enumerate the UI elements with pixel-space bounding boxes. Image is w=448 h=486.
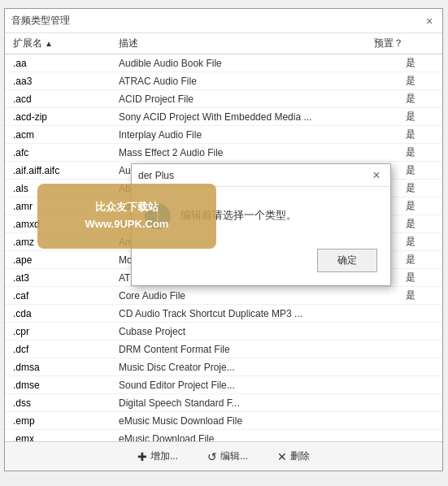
col-ext-header[interactable]: 扩展名 ▲ <box>8 37 114 50</box>
cell-desc: CD Audio Track Shortcut Duplicate MP3 ..… <box>114 308 382 319</box>
cell-desc: Core Audio File <box>114 290 382 302</box>
table-row[interactable]: .dssDigital Speech Standard F... <box>5 394 442 412</box>
table-row[interactable]: .cdaCD Audio Track Shortcut Duplicate MP… <box>5 305 442 323</box>
cell-ext: .afc <box>8 147 114 158</box>
title-bar: 音频类型管理 × <box>5 9 442 33</box>
title-bar-controls: × <box>423 15 436 28</box>
col-ext-label: 扩展名 <box>13 37 42 50</box>
table-row[interactable]: .acmInterplay Audio File是 <box>5 126 442 144</box>
cell-ext: .at3 <box>8 272 114 284</box>
cell-desc: Digital Speech Standard F... <box>114 397 382 409</box>
cell-ext: .acd <box>8 93 114 105</box>
cell-preset: 是 <box>382 128 439 141</box>
dialog-ok-button[interactable]: 确定 <box>317 249 377 272</box>
cell-desc: Sound Editor Project File... <box>114 380 382 391</box>
table-row[interactable]: .aaAudible Audio Book File是 <box>5 54 442 72</box>
cell-desc: eMusic Download File <box>114 433 382 442</box>
cell-ext: .dcf <box>8 344 114 355</box>
add-icon: ✚ <box>137 450 147 463</box>
cell-desc: Audible Audio Book File <box>114 58 382 69</box>
cell-desc: DRM Content Format File <box>114 344 382 355</box>
table-row[interactable]: .dmseSound Editor Project File... <box>5 376 442 394</box>
watermark-line1: 比众友下载站 <box>95 199 159 216</box>
window-title: 音频类型管理 <box>11 14 70 28</box>
table-row[interactable]: .cafCore Audio File是 <box>5 287 442 305</box>
cell-ext: .acm <box>8 129 114 141</box>
cell-ext: .cda <box>8 308 114 319</box>
cell-ext: .aif.aiff.aifc <box>8 165 114 176</box>
cell-desc: eMusic Music Download File <box>114 415 382 427</box>
cell-ext: .caf <box>8 290 114 302</box>
edit-button[interactable]: ↺ 编辑... <box>201 446 254 466</box>
table-row[interactable]: .acdACID Project File是 <box>5 90 442 108</box>
dialog-title: der Plus <box>138 170 174 181</box>
add-button[interactable]: ✚ 增加... <box>131 446 185 466</box>
watermark: 比众友下载站 Www.9UPK.Com <box>37 184 216 249</box>
watermark-line2: Www.9UPK.Com <box>85 216 169 233</box>
cell-desc: Mass Effect 2 Audio File <box>114 147 382 158</box>
cell-desc: Interplay Audio File <box>114 129 382 141</box>
table-row[interactable]: .empeMusic Music Download File <box>5 412 442 430</box>
cell-ext: .dmsa <box>8 362 114 373</box>
add-label: 增加... <box>150 449 178 463</box>
sort-arrow-icon: ▲ <box>45 39 53 48</box>
cell-ext: .dss <box>8 397 114 409</box>
cell-desc: Music Disc Creator Proje... <box>114 362 382 373</box>
cell-desc: Cubase Project <box>114 326 382 337</box>
edit-icon: ↺ <box>207 450 217 463</box>
table-row[interactable]: .dcfDRM Content Format File <box>5 341 442 358</box>
col-desc-label: 描述 <box>119 37 138 50</box>
table-row[interactable]: .acd-zipSony ACID Project With Embedded … <box>5 108 442 126</box>
cell-preset: 是 <box>382 56 439 70</box>
cell-preset: 是 <box>382 110 439 124</box>
cell-desc: Sony ACID Project With Embedded Media ..… <box>114 111 382 123</box>
main-window: 音频类型管理 × 扩展名 ▲ 描述 预置？ .aaAudible Audio B… <box>4 8 443 471</box>
cell-preset: 是 <box>382 74 439 88</box>
cell-ext: .cpr <box>8 326 114 337</box>
cell-desc: ATRAC Audio File <box>114 76 382 87</box>
close-button[interactable]: × <box>423 15 436 28</box>
col-desc-header[interactable]: 描述 <box>114 37 369 50</box>
cell-ext: .emp <box>8 415 114 427</box>
cell-ext: .ape <box>8 254 114 266</box>
dialog-close-button[interactable]: × <box>369 168 384 183</box>
cell-ext: .emx <box>8 433 114 442</box>
cell-ext: .dmse <box>8 380 114 391</box>
table-header: 扩展名 ▲ 描述 预置？ <box>5 33 442 54</box>
col-preset-label: 预置？ <box>374 37 403 50</box>
col-preset-header[interactable]: 预置？ <box>369 37 426 50</box>
cell-preset: 是 <box>382 289 439 302</box>
table-row[interactable]: .dmsaMusic Disc Creator Proje... <box>5 358 442 376</box>
cell-desc: ACID Project File <box>114 93 382 105</box>
table-row[interactable]: .aa3ATRAC Audio File是 <box>5 72 442 90</box>
delete-icon: ✕ <box>277 450 287 463</box>
cell-ext: .aa <box>8 58 114 69</box>
edit-label: 编辑... <box>220 449 248 463</box>
cell-ext: .aa3 <box>8 76 114 87</box>
cell-preset: 是 <box>382 92 439 106</box>
delete-label: 删除 <box>290 449 310 463</box>
cell-ext: .acd-zip <box>8 111 114 123</box>
bottom-toolbar: ✚ 增加... ↺ 编辑... ✕ 删除 <box>5 441 442 471</box>
cell-preset: 是 <box>382 145 439 159</box>
delete-button[interactable]: ✕ 删除 <box>271 446 316 466</box>
table-row[interactable]: .cprCubase Project <box>5 323 442 341</box>
table-row[interactable]: .afcMass Effect 2 Audio File是 <box>5 144 442 162</box>
table-row[interactable]: .emxeMusic Download File <box>5 430 442 441</box>
